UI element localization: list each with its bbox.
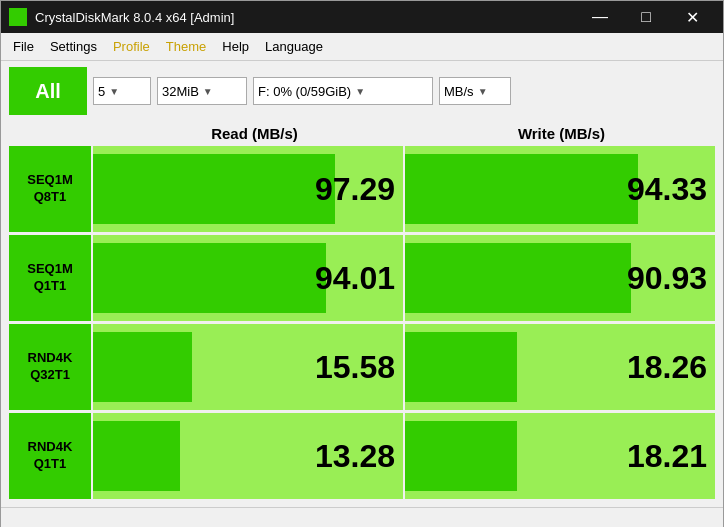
read-cell-1: 94.01 — [93, 235, 403, 321]
menu-item-file[interactable]: File — [5, 35, 42, 59]
row-label-1: SEQ1MQ1T1 — [9, 235, 91, 321]
table-row: RND4KQ32T115.5818.26 — [9, 324, 715, 410]
row-label-line2-3: Q1T1 — [34, 456, 67, 473]
all-button[interactable]: All — [9, 67, 87, 115]
app-window: CrystalDiskMark 8.0.4 x64 [Admin] — □ ✕ … — [0, 0, 724, 527]
window-title: CrystalDiskMark 8.0.4 x64 [Admin] — [35, 10, 577, 25]
row-label-3: RND4KQ1T1 — [9, 413, 91, 499]
window-controls: — □ ✕ — [577, 1, 715, 33]
unit-value: MB/s — [444, 84, 474, 99]
maximize-button[interactable]: □ — [623, 1, 669, 33]
row-label-line2-1: Q1T1 — [34, 278, 67, 295]
close-button[interactable]: ✕ — [669, 1, 715, 33]
toolbar: All 5 ▼ 32MiB ▼ F: 0% (0/59GiB) ▼ MB/s ▼ — [1, 61, 723, 121]
unit-dropdown[interactable]: MB/s ▼ — [439, 77, 511, 105]
row-label-line2-0: Q8T1 — [34, 189, 67, 206]
drive-dropdown[interactable]: F: 0% (0/59GiB) ▼ — [253, 77, 433, 105]
unit-arrow: ▼ — [478, 86, 488, 97]
row-label-2: RND4KQ32T1 — [9, 324, 91, 410]
write-cell-3: 18.21 — [405, 413, 715, 499]
title-bar: CrystalDiskMark 8.0.4 x64 [Admin] — □ ✕ — [1, 1, 723, 33]
app-icon — [9, 8, 27, 26]
read-cell-2: 15.58 — [93, 324, 403, 410]
write-cell-2: 18.26 — [405, 324, 715, 410]
read-cell-0: 97.29 — [93, 146, 403, 232]
write-cell-1: 90.93 — [405, 235, 715, 321]
write-value-2: 18.26 — [627, 349, 707, 386]
status-bar — [1, 507, 723, 527]
row-label-line2-2: Q32T1 — [30, 367, 70, 384]
size-value: 32MiB — [162, 84, 199, 99]
menu-item-help[interactable]: Help — [214, 35, 257, 59]
menu-item-profile[interactable]: Profile — [105, 35, 158, 59]
minimize-button[interactable]: — — [577, 1, 623, 33]
drive-arrow: ▼ — [355, 86, 365, 97]
write-value-3: 18.21 — [627, 438, 707, 475]
runs-value: 5 — [98, 84, 105, 99]
read-cell-3: 13.28 — [93, 413, 403, 499]
row-label-0: SEQ1MQ8T1 — [9, 146, 91, 232]
drive-value: F: 0% (0/59GiB) — [258, 84, 351, 99]
read-value-0: 97.29 — [315, 171, 395, 208]
read-value-2: 15.58 — [315, 349, 395, 386]
size-dropdown[interactable]: 32MiB ▼ — [157, 77, 247, 105]
write-value-0: 94.33 — [627, 171, 707, 208]
write-cell-0: 94.33 — [405, 146, 715, 232]
table-row: SEQ1MQ8T197.2994.33 — [9, 146, 715, 232]
row-label-line1-2: RND4K — [28, 350, 73, 367]
menu-bar: FileSettingsProfileThemeHelpLanguage — [1, 33, 723, 61]
row-label-line1-3: RND4K — [28, 439, 73, 456]
row-label-line1-0: SEQ1M — [27, 172, 73, 189]
menu-item-language[interactable]: Language — [257, 35, 331, 59]
size-arrow: ▼ — [203, 86, 213, 97]
menu-item-settings[interactable]: Settings — [42, 35, 105, 59]
read-value-3: 13.28 — [315, 438, 395, 475]
table-row: SEQ1MQ1T194.0190.93 — [9, 235, 715, 321]
menu-item-theme[interactable]: Theme — [158, 35, 214, 59]
table-row: RND4KQ1T113.2818.21 — [9, 413, 715, 499]
read-value-1: 94.01 — [315, 260, 395, 297]
write-header: Write (MB/s) — [408, 125, 715, 142]
row-label-line1-1: SEQ1M — [27, 261, 73, 278]
column-headers: Read (MB/s) Write (MB/s) — [101, 125, 715, 142]
write-value-1: 90.93 — [627, 260, 707, 297]
read-header: Read (MB/s) — [101, 125, 408, 142]
data-rows: SEQ1MQ8T197.2994.33SEQ1MQ1T194.0190.93RN… — [9, 146, 715, 499]
runs-arrow: ▼ — [109, 86, 119, 97]
main-content: Read (MB/s) Write (MB/s) SEQ1MQ8T197.299… — [1, 121, 723, 507]
runs-dropdown[interactable]: 5 ▼ — [93, 77, 151, 105]
